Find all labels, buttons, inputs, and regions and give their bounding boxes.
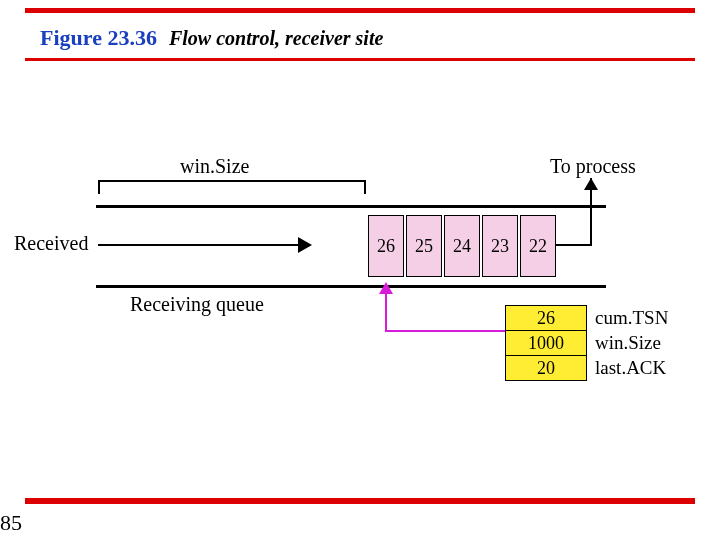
- queue-top-rail: [96, 205, 606, 208]
- top-red-bar: [25, 8, 695, 13]
- received-label: Received: [14, 232, 88, 255]
- label-lastack: last.ACK: [595, 355, 668, 380]
- receiving-queue-label: Receiving queue: [130, 293, 264, 316]
- cumtsn-pointer-h: [385, 330, 505, 332]
- bottom-red-bar: [25, 498, 695, 504]
- label-winsize: win.Size: [595, 330, 668, 355]
- label-cumtsn: cum.TSN: [595, 305, 668, 330]
- page-number: 85: [0, 510, 22, 536]
- queue-cell: 23: [482, 215, 518, 277]
- to-process-arrow-h: [555, 244, 592, 246]
- table-row: 20: [506, 356, 586, 380]
- figure-number: Figure 23.36: [40, 25, 157, 50]
- arrow-right-icon: [298, 237, 312, 253]
- queue-cell: 24: [444, 215, 480, 277]
- receiver-state-table: 26 1000 20: [505, 305, 587, 381]
- queue-cell: 26: [368, 215, 404, 277]
- figure-heading: Figure 23.36 Flow control, receiver site: [40, 25, 383, 51]
- queue-cell: 22: [520, 215, 556, 277]
- queue-cell: 25: [406, 215, 442, 277]
- to-process-label: To process: [550, 155, 636, 178]
- winsize-bracket: [98, 180, 366, 182]
- table-row: 26: [506, 306, 586, 331]
- received-arrow-line: [98, 244, 298, 246]
- receiver-state-labels: cum.TSN win.Size last.ACK: [595, 305, 668, 380]
- title-underline: [25, 58, 695, 61]
- arrow-up-magenta-icon: [379, 282, 393, 294]
- winsize-bracket-left: [98, 180, 100, 194]
- arrow-up-icon: [584, 178, 598, 190]
- cumtsn-pointer-v: [385, 290, 387, 332]
- figure-title: Flow control, receiver site: [169, 27, 383, 49]
- winsize-bracket-right: [364, 180, 366, 194]
- winsize-label: win.Size: [180, 155, 249, 178]
- table-row: 1000: [506, 331, 586, 356]
- queue-bottom-rail: [96, 285, 606, 288]
